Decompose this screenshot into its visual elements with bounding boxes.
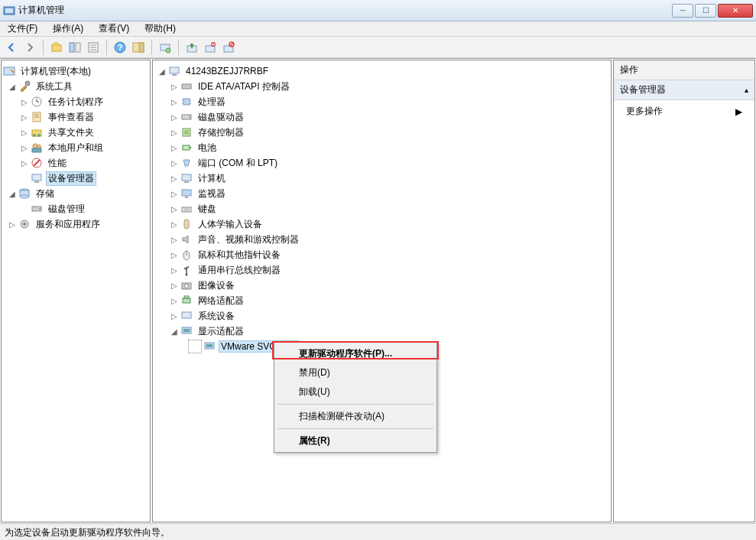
actions-section-title[interactable]: 设备管理器 ▴ bbox=[614, 80, 754, 100]
collapse-icon[interactable]: ◢ bbox=[8, 82, 17, 91]
expand-icon[interactable]: ▷ bbox=[170, 220, 179, 229]
main-area: 计算机管理(本地) ◢ 系统工具 ▷ 任务计划程序 ▷ 事件查看器 ▷ 共享文件… bbox=[0, 58, 756, 523]
device-label: 磁盘驱动器 bbox=[196, 110, 246, 125]
maximize-button[interactable]: ☐ bbox=[695, 4, 716, 18]
expand-icon[interactable]: ▷ bbox=[170, 112, 179, 122]
collapse-icon[interactable]: ▴ bbox=[745, 86, 748, 94]
expand-icon[interactable]: ▷ bbox=[170, 82, 179, 91]
sound-icon bbox=[180, 233, 193, 246]
tree-shared-folders[interactable]: ▷ 共享文件夹 bbox=[3, 125, 148, 140]
actions-more[interactable]: 更多操作 ▶ bbox=[614, 100, 754, 122]
svg-rect-76 bbox=[182, 312, 191, 318]
expand-icon[interactable]: ▷ bbox=[20, 158, 29, 168]
device-label: 人体学输入设备 bbox=[196, 217, 264, 232]
collapse-icon[interactable]: ◢ bbox=[157, 67, 167, 76]
svg-point-71 bbox=[186, 274, 188, 276]
device-computers[interactable]: ▷计算机 bbox=[154, 171, 609, 186]
device-sound[interactable]: ▷声音、视频和游戏控制器 bbox=[154, 232, 609, 247]
close-button[interactable]: ✕ bbox=[718, 4, 753, 18]
expand-icon[interactable]: ▷ bbox=[20, 112, 29, 122]
device-monitors[interactable]: ▷监视器 bbox=[154, 186, 609, 201]
tree-root-computer-management[interactable]: 计算机管理(本地) bbox=[3, 63, 148, 79]
expand-icon[interactable]: ▷ bbox=[170, 250, 179, 259]
svg-rect-48 bbox=[172, 74, 177, 76]
menu-update-driver[interactable]: 更新驱动程序软件(P)... bbox=[276, 344, 435, 363]
device-hid[interactable]: ▷人体学输入设备 bbox=[154, 216, 609, 232]
device-battery[interactable]: ▷电池 bbox=[154, 140, 609, 155]
tree-event-viewer[interactable]: ▷ 事件查看器 bbox=[3, 109, 148, 125]
device-root[interactable]: ◢ 41243BZEJJ7RRBF bbox=[154, 63, 609, 79]
back-button[interactable] bbox=[3, 39, 20, 56]
collapse-icon[interactable]: ◢ bbox=[8, 189, 17, 198]
menu-properties[interactable]: 属性(R) bbox=[276, 431, 435, 451]
expand-icon[interactable]: ▷ bbox=[170, 265, 179, 275]
expand-icon[interactable]: ▷ bbox=[170, 235, 179, 244]
device-label: 存储控制器 bbox=[196, 125, 246, 140]
uninstall-button[interactable] bbox=[202, 39, 219, 56]
device-network[interactable]: ▷网络适配器 bbox=[154, 293, 609, 308]
expand-icon[interactable]: ▷ bbox=[170, 311, 179, 320]
tree-local-users[interactable]: ▷ 本地用户和组 bbox=[3, 140, 148, 155]
action-pane-button[interactable] bbox=[130, 39, 147, 56]
device-usb[interactable]: ▷通用串行总线控制器 bbox=[154, 262, 609, 278]
storage-icon bbox=[18, 187, 31, 200]
update-driver-button[interactable] bbox=[183, 39, 200, 56]
collapse-icon[interactable]: ◢ bbox=[170, 327, 179, 336]
expand-icon[interactable]: ▷ bbox=[20, 97, 29, 106]
device-display[interactable]: ◢显示适配器 bbox=[154, 324, 609, 339]
expand-icon[interactable]: ▷ bbox=[170, 128, 179, 137]
device-mouse[interactable]: ▷鼠标和其他指针设备 bbox=[154, 247, 609, 262]
actions-panel: 操作 设备管理器 ▴ 更多操作 ▶ bbox=[613, 60, 755, 522]
mouse-icon bbox=[180, 249, 193, 261]
titlebar: 计算机管理 ─ ☐ ✕ bbox=[0, 0, 756, 21]
tree-storage[interactable]: ◢ 存储 bbox=[3, 186, 148, 201]
minimize-button[interactable]: ─ bbox=[672, 4, 693, 18]
tree-system-tools[interactable]: ◢ 系统工具 bbox=[3, 79, 148, 94]
svg-point-44 bbox=[39, 208, 41, 210]
menu-view[interactable]: 查看(V) bbox=[94, 21, 134, 37]
expand-icon[interactable]: ▷ bbox=[20, 143, 29, 152]
disable-button[interactable] bbox=[220, 39, 237, 56]
properties-button[interactable] bbox=[85, 39, 102, 56]
device-ide[interactable]: ▷IDE ATA/ATAPI 控制器 bbox=[154, 79, 609, 94]
menu-uninstall[interactable]: 卸载(U) bbox=[276, 382, 435, 402]
menu-action[interactable]: 操作(A) bbox=[48, 21, 88, 37]
expand-icon[interactable]: ▷ bbox=[170, 97, 179, 106]
menubar: 文件(F) 操作(A) 查看(V) 帮助(H) bbox=[0, 21, 756, 37]
expand-icon[interactable]: ▷ bbox=[20, 128, 29, 137]
expand-icon[interactable]: ▷ bbox=[8, 220, 17, 229]
expand-icon[interactable]: ▷ bbox=[170, 204, 179, 213]
tree-disk-management[interactable]: 磁盘管理 bbox=[3, 201, 148, 216]
expand-icon[interactable]: ▷ bbox=[170, 158, 179, 168]
device-system[interactable]: ▷系统设备 bbox=[154, 308, 609, 324]
expand-icon[interactable]: ▷ bbox=[170, 281, 179, 290]
device-storctrl[interactable]: ▷存储控制器 bbox=[154, 125, 609, 140]
menu-disable[interactable]: 禁用(D) bbox=[276, 363, 435, 382]
svg-rect-80 bbox=[206, 344, 213, 347]
device-label: 计算机 bbox=[196, 171, 228, 186]
menu-file[interactable]: 文件(F) bbox=[3, 21, 42, 37]
expand-icon[interactable]: ▷ bbox=[170, 189, 179, 198]
help-button[interactable]: ? bbox=[112, 39, 128, 56]
tree-performance[interactable]: ▷ 性能 bbox=[3, 155, 148, 171]
expand-icon[interactable]: ▷ bbox=[170, 143, 179, 152]
device-imaging[interactable]: ▷图像设备 bbox=[154, 278, 609, 293]
expand-icon[interactable]: ▷ bbox=[170, 174, 179, 183]
toolbar: ? bbox=[0, 37, 756, 58]
scan-hardware-button[interactable] bbox=[157, 39, 174, 56]
up-button[interactable] bbox=[48, 39, 65, 56]
menu-scan-hardware[interactable]: 扫描检测硬件改动(A) bbox=[276, 407, 435, 426]
menu-help[interactable]: 帮助(H) bbox=[140, 21, 180, 37]
forward-button[interactable] bbox=[21, 39, 38, 56]
device-ports[interactable]: ▷端口 (COM 和 LPT) bbox=[154, 155, 609, 171]
svg-rect-49 bbox=[182, 84, 191, 89]
show-hide-tree-button[interactable] bbox=[67, 39, 83, 56]
device-keyboards[interactable]: ▷键盘 bbox=[154, 201, 609, 216]
tree-device-manager[interactable]: 设备管理器 bbox=[3, 171, 148, 186]
expand-icon[interactable]: ▷ bbox=[170, 296, 179, 305]
tree-services-apps[interactable]: ▷ 服务和应用程序 bbox=[3, 216, 148, 232]
device-diskdrv[interactable]: ▷磁盘驱动器 bbox=[154, 109, 609, 125]
device-cpu[interactable]: ▷处理器 bbox=[154, 94, 609, 109]
tree-task-scheduler[interactable]: ▷ 任务计划程序 bbox=[3, 94, 148, 109]
device-label: 处理器 bbox=[196, 95, 228, 109]
